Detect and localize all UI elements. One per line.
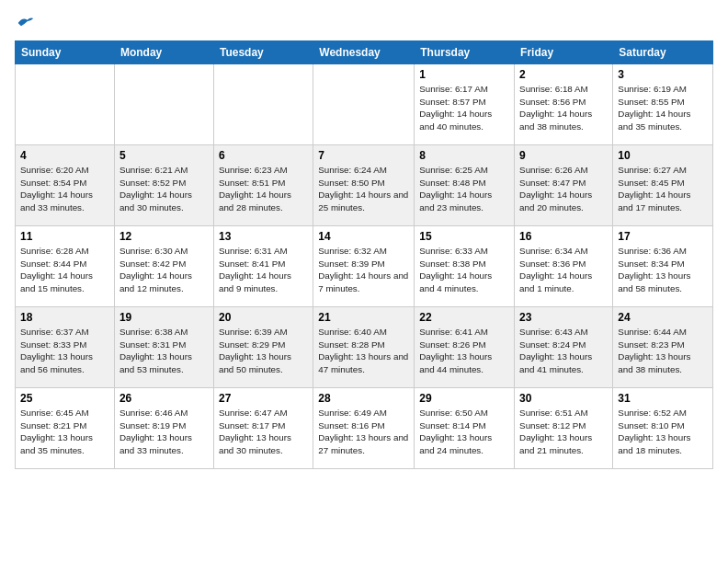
col-header-thursday: Thursday: [415, 41, 515, 64]
calendar-cell: 4Sunrise: 6:20 AMSunset: 8:54 PMDaylight…: [16, 145, 115, 226]
day-info: Sunrise: 6:40 AMSunset: 8:28 PMDaylight:…: [318, 326, 409, 376]
calendar-week-row: 11Sunrise: 6:28 AMSunset: 8:44 PMDayligh…: [16, 226, 713, 307]
calendar-header-row: SundayMondayTuesdayWednesdayThursdayFrid…: [16, 41, 713, 64]
calendar-table: SundayMondayTuesdayWednesdayThursdayFrid…: [15, 40, 713, 469]
day-number: 17: [618, 230, 708, 243]
calendar-cell: 21Sunrise: 6:40 AMSunset: 8:28 PMDayligh…: [313, 307, 415, 388]
day-info: Sunrise: 6:36 AMSunset: 8:34 PMDaylight:…: [618, 245, 708, 295]
day-info: Sunrise: 6:23 AMSunset: 8:51 PMDaylight:…: [219, 164, 308, 214]
day-info: Sunrise: 6:38 AMSunset: 8:31 PMDaylight:…: [119, 326, 209, 376]
calendar-cell: [16, 64, 115, 145]
day-info: Sunrise: 6:27 AMSunset: 8:45 PMDaylight:…: [618, 164, 708, 214]
calendar-week-row: 1Sunrise: 6:17 AMSunset: 8:57 PMDaylight…: [16, 64, 713, 145]
logo: [15, 15, 35, 29]
day-info: Sunrise: 6:49 AMSunset: 8:16 PMDaylight:…: [318, 407, 409, 457]
day-info: Sunrise: 6:33 AMSunset: 8:38 PMDaylight:…: [419, 245, 509, 295]
calendar-cell: 20Sunrise: 6:39 AMSunset: 8:29 PMDayligh…: [213, 307, 313, 388]
day-number: 10: [618, 149, 708, 162]
day-info: Sunrise: 6:44 AMSunset: 8:23 PMDaylight:…: [618, 326, 708, 376]
calendar-cell: 7Sunrise: 6:24 AMSunset: 8:50 PMDaylight…: [313, 145, 415, 226]
day-number: 19: [119, 311, 209, 324]
day-number: 16: [519, 230, 608, 243]
day-number: 18: [20, 311, 109, 324]
day-number: 12: [119, 230, 209, 243]
day-info: Sunrise: 6:51 AMSunset: 8:12 PMDaylight:…: [519, 407, 608, 457]
day-info: Sunrise: 6:46 AMSunset: 8:19 PMDaylight:…: [119, 407, 209, 457]
calendar-cell: 31Sunrise: 6:52 AMSunset: 8:10 PMDayligh…: [613, 388, 713, 469]
day-info: Sunrise: 6:31 AMSunset: 8:41 PMDaylight:…: [219, 245, 308, 295]
calendar-cell: 25Sunrise: 6:45 AMSunset: 8:21 PMDayligh…: [16, 388, 115, 469]
col-header-sunday: Sunday: [16, 41, 115, 64]
day-number: 2: [519, 68, 608, 81]
day-number: 31: [618, 392, 708, 405]
calendar-cell: 1Sunrise: 6:17 AMSunset: 8:57 PMDaylight…: [415, 64, 515, 145]
day-number: 23: [519, 311, 608, 324]
day-number: 21: [318, 311, 409, 324]
day-info: Sunrise: 6:25 AMSunset: 8:48 PMDaylight:…: [419, 164, 509, 214]
day-number: 8: [419, 149, 509, 162]
calendar-cell: 16Sunrise: 6:34 AMSunset: 8:36 PMDayligh…: [515, 226, 613, 307]
logo-bird-icon: [17, 15, 35, 31]
calendar-week-row: 4Sunrise: 6:20 AMSunset: 8:54 PMDaylight…: [16, 145, 713, 226]
day-number: 1: [419, 68, 509, 81]
calendar-cell: 3Sunrise: 6:19 AMSunset: 8:55 PMDaylight…: [613, 64, 713, 145]
calendar-cell: [313, 64, 415, 145]
calendar-cell: 15Sunrise: 6:33 AMSunset: 8:38 PMDayligh…: [415, 226, 515, 307]
day-info: Sunrise: 6:17 AMSunset: 8:57 PMDaylight:…: [419, 83, 509, 133]
calendar-cell: 9Sunrise: 6:26 AMSunset: 8:47 PMDaylight…: [515, 145, 613, 226]
calendar-cell: 26Sunrise: 6:46 AMSunset: 8:19 PMDayligh…: [114, 388, 213, 469]
day-info: Sunrise: 6:52 AMSunset: 8:10 PMDaylight:…: [618, 407, 708, 457]
calendar-cell: 6Sunrise: 6:23 AMSunset: 8:51 PMDaylight…: [213, 145, 313, 226]
calendar-week-row: 25Sunrise: 6:45 AMSunset: 8:21 PMDayligh…: [16, 388, 713, 469]
day-number: 6: [219, 149, 308, 162]
col-header-friday: Friday: [515, 41, 613, 64]
day-info: Sunrise: 6:41 AMSunset: 8:26 PMDaylight:…: [419, 326, 509, 376]
day-info: Sunrise: 6:47 AMSunset: 8:17 PMDaylight:…: [219, 407, 308, 457]
day-number: 5: [119, 149, 209, 162]
day-info: Sunrise: 6:43 AMSunset: 8:24 PMDaylight:…: [519, 326, 608, 376]
day-number: 26: [119, 392, 209, 405]
calendar-cell: 18Sunrise: 6:37 AMSunset: 8:33 PMDayligh…: [16, 307, 115, 388]
calendar-cell: 8Sunrise: 6:25 AMSunset: 8:48 PMDaylight…: [415, 145, 515, 226]
day-number: 27: [219, 392, 308, 405]
day-info: Sunrise: 6:34 AMSunset: 8:36 PMDaylight:…: [519, 245, 608, 295]
day-number: 13: [219, 230, 308, 243]
calendar-week-row: 18Sunrise: 6:37 AMSunset: 8:33 PMDayligh…: [16, 307, 713, 388]
calendar-cell: 2Sunrise: 6:18 AMSunset: 8:56 PMDaylight…: [515, 64, 613, 145]
day-number: 3: [618, 68, 708, 81]
calendar-cell: 24Sunrise: 6:44 AMSunset: 8:23 PMDayligh…: [613, 307, 713, 388]
day-number: 20: [219, 311, 308, 324]
day-number: 4: [20, 149, 109, 162]
day-number: 30: [519, 392, 608, 405]
day-info: Sunrise: 6:18 AMSunset: 8:56 PMDaylight:…: [519, 83, 608, 133]
day-info: Sunrise: 6:30 AMSunset: 8:42 PMDaylight:…: [119, 245, 209, 295]
calendar-cell: 28Sunrise: 6:49 AMSunset: 8:16 PMDayligh…: [313, 388, 415, 469]
calendar-cell: [114, 64, 213, 145]
day-number: 25: [20, 392, 109, 405]
calendar-cell: [213, 64, 313, 145]
day-number: 29: [419, 392, 509, 405]
day-info: Sunrise: 6:37 AMSunset: 8:33 PMDaylight:…: [20, 326, 109, 376]
col-header-saturday: Saturday: [613, 41, 713, 64]
day-number: 14: [318, 230, 409, 243]
calendar-cell: 29Sunrise: 6:50 AMSunset: 8:14 PMDayligh…: [415, 388, 515, 469]
day-info: Sunrise: 6:32 AMSunset: 8:39 PMDaylight:…: [318, 245, 409, 295]
col-header-tuesday: Tuesday: [213, 41, 313, 64]
day-info: Sunrise: 6:20 AMSunset: 8:54 PMDaylight:…: [20, 164, 109, 214]
calendar-cell: 11Sunrise: 6:28 AMSunset: 8:44 PMDayligh…: [16, 226, 115, 307]
day-info: Sunrise: 6:24 AMSunset: 8:50 PMDaylight:…: [318, 164, 409, 214]
day-info: Sunrise: 6:19 AMSunset: 8:55 PMDaylight:…: [618, 83, 708, 133]
calendar-cell: 5Sunrise: 6:21 AMSunset: 8:52 PMDaylight…: [114, 145, 213, 226]
calendar-cell: 12Sunrise: 6:30 AMSunset: 8:42 PMDayligh…: [114, 226, 213, 307]
calendar-cell: 10Sunrise: 6:27 AMSunset: 8:45 PMDayligh…: [613, 145, 713, 226]
calendar-cell: 27Sunrise: 6:47 AMSunset: 8:17 PMDayligh…: [213, 388, 313, 469]
day-info: Sunrise: 6:26 AMSunset: 8:47 PMDaylight:…: [519, 164, 608, 214]
page-header: [15, 15, 713, 29]
col-header-wednesday: Wednesday: [313, 41, 415, 64]
calendar-cell: 14Sunrise: 6:32 AMSunset: 8:39 PMDayligh…: [313, 226, 415, 307]
col-header-monday: Monday: [114, 41, 213, 64]
calendar-cell: 22Sunrise: 6:41 AMSunset: 8:26 PMDayligh…: [415, 307, 515, 388]
day-info: Sunrise: 6:45 AMSunset: 8:21 PMDaylight:…: [20, 407, 109, 457]
day-number: 24: [618, 311, 708, 324]
calendar-cell: 17Sunrise: 6:36 AMSunset: 8:34 PMDayligh…: [613, 226, 713, 307]
